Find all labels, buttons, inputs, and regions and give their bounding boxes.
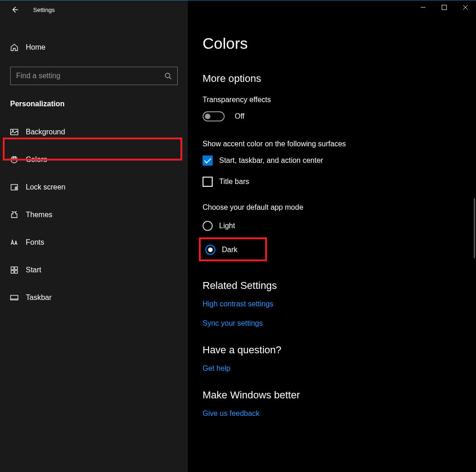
sidebar-item-themes[interactable]: Themes <box>0 201 188 229</box>
svg-point-2 <box>12 130 13 131</box>
sidebar-item-label: Fonts <box>26 238 44 247</box>
sidebar-item-lockscreen[interactable]: Lock screen <box>0 173 188 201</box>
sidebar-category: Personalization <box>0 94 188 115</box>
link-high-contrast[interactable]: High contrast settings <box>203 300 467 308</box>
sidebar-item-label: Colors <box>26 155 47 164</box>
transparency-toggle[interactable] <box>203 111 225 121</box>
close-button[interactable] <box>455 0 476 15</box>
sidebar-item-label: Background <box>26 128 65 136</box>
scrollbar[interactable] <box>474 198 475 258</box>
sidebar-item-home[interactable]: Home <box>0 35 188 60</box>
main-pane: Colors More options Transparency effects… <box>188 0 476 472</box>
sidebar-item-background[interactable]: Background <box>0 118 188 146</box>
svg-rect-11 <box>15 271 17 273</box>
radio-label: Light <box>219 222 235 230</box>
svg-point-0 <box>165 73 170 78</box>
start-icon <box>10 266 26 274</box>
window-title: Settings <box>33 6 55 13</box>
radio-label: Dark <box>222 246 238 254</box>
page-title: Colors <box>203 35 467 52</box>
question-heading: Have a question? <box>203 344 467 356</box>
svg-rect-8 <box>11 267 14 270</box>
minimize-button[interactable] <box>412 0 434 15</box>
back-button[interactable] <box>9 4 20 15</box>
svg-rect-14 <box>442 5 447 10</box>
radio-icon <box>205 245 215 255</box>
related-settings-heading: Related Settings <box>203 280 467 292</box>
better-heading: Make Windows better <box>203 389 467 401</box>
window-controls <box>412 0 476 15</box>
sidebar-item-label: Taskbar <box>26 294 52 302</box>
search-icon <box>164 72 172 80</box>
toggle-knob <box>205 114 210 119</box>
more-options-heading: More options <box>203 73 467 85</box>
svg-rect-1 <box>11 129 18 135</box>
checkbox-icon <box>203 177 213 187</box>
sidebar-item-label: Themes <box>26 211 52 219</box>
svg-point-5 <box>15 157 16 158</box>
fonts-icon <box>10 238 26 247</box>
search-input-container[interactable] <box>10 67 178 85</box>
lockscreen-icon <box>10 183 26 191</box>
checkbox-start-taskbar[interactable]: Start, taskbar, and action center <box>203 155 467 166</box>
svg-rect-7 <box>15 188 17 189</box>
transparency-label: Transparency effects <box>203 96 467 104</box>
svg-point-3 <box>12 159 13 160</box>
svg-point-4 <box>13 157 14 158</box>
link-sync-settings[interactable]: Sync your settings <box>203 319 467 328</box>
sidebar: Settings Home Personalization Background… <box>0 0 188 472</box>
search-input[interactable] <box>16 72 164 80</box>
accent-surfaces-label: Show accent color on the following surfa… <box>203 140 467 148</box>
svg-rect-9 <box>15 267 17 270</box>
radio-light[interactable]: Light <box>203 219 467 233</box>
themes-icon <box>10 211 26 219</box>
palette-icon <box>10 155 26 164</box>
home-icon <box>10 43 26 52</box>
app-mode-label: Choose your default app mode <box>203 203 467 212</box>
sidebar-item-fonts[interactable]: Fonts <box>0 229 188 256</box>
link-get-help[interactable]: Get help <box>203 364 467 373</box>
sidebar-item-start[interactable]: Start <box>0 256 188 284</box>
sidebar-item-label: Lock screen <box>26 183 65 191</box>
titlebar: Settings <box>0 0 188 19</box>
transparency-state: Off <box>235 112 244 121</box>
back-arrow-icon <box>11 6 18 13</box>
checkbox-icon <box>203 155 213 166</box>
sidebar-item-colors[interactable]: Colors <box>0 146 188 173</box>
home-label: Home <box>26 43 46 52</box>
svg-rect-10 <box>11 271 14 273</box>
checkbox-label: Start, taskbar, and action center <box>219 156 323 165</box>
radio-dark[interactable]: Dark <box>203 241 467 259</box>
checkbox-title-bars[interactable]: Title bars <box>203 177 467 187</box>
checkbox-label: Title bars <box>219 178 249 186</box>
taskbar-icon <box>10 294 26 302</box>
sidebar-item-label: Start <box>26 266 41 274</box>
image-icon <box>10 128 26 136</box>
maximize-button[interactable] <box>434 0 455 15</box>
sidebar-item-taskbar[interactable]: Taskbar <box>0 284 188 311</box>
radio-icon <box>203 221 213 231</box>
link-feedback[interactable]: Give us feedback <box>203 409 467 418</box>
